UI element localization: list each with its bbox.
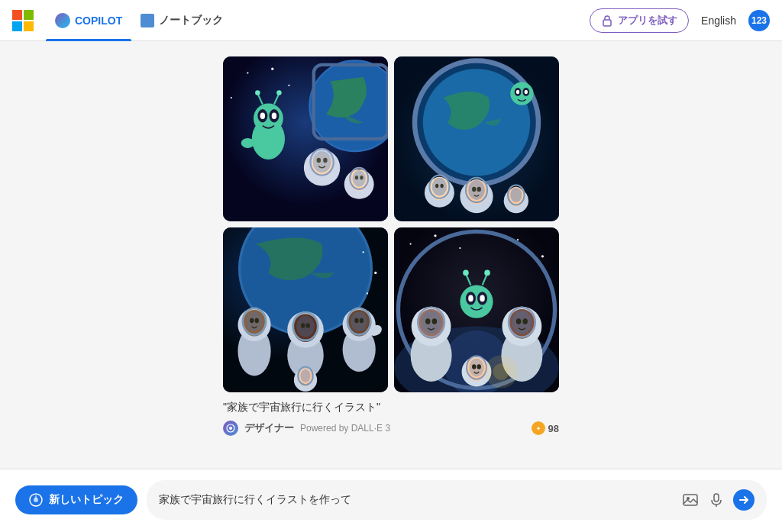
chat-wrapper: "家族で宇宙旅行に行くイラスト" デザイナー Powered by DALL·E… — [177, 56, 605, 461]
svg-point-99 — [434, 234, 436, 237]
svg-point-108 — [468, 295, 473, 302]
try-app-button[interactable]: アプリを試す — [590, 8, 689, 33]
input-area[interactable]: 家族で宇宙旅行に行くイラストを作って — [147, 480, 767, 520]
lock-icon — [601, 15, 613, 27]
svg-point-11 — [288, 85, 289, 86]
microphone-icon[interactable] — [707, 491, 725, 509]
input-actions — [681, 489, 755, 511]
svg-point-23 — [276, 90, 281, 95]
svg-point-88 — [354, 318, 358, 323]
svg-point-82 — [306, 323, 310, 327]
svg-point-66 — [363, 251, 364, 253]
svg-rect-1 — [24, 10, 34, 20]
svg-point-12 — [231, 97, 232, 98]
svg-point-80 — [296, 316, 315, 337]
svg-point-50 — [432, 178, 447, 196]
caption-text: "家族で宇宙旅行に行くイラスト" — [223, 401, 380, 413]
user-avatar[interactable]: 123 — [748, 10, 770, 31]
svg-point-120 — [432, 318, 437, 324]
content-area: "家族で宇宙旅行に行くイラスト" デザイナー Powered by DALL·E… — [0, 41, 782, 469]
new-topic-button[interactable]: 新しいトピック — [15, 485, 137, 514]
coin-count: 98 — [548, 423, 559, 434]
svg-point-133 — [477, 364, 481, 369]
svg-point-87 — [351, 311, 367, 331]
svg-point-10 — [271, 68, 273, 70]
image-grid — [223, 56, 559, 392]
send-button[interactable] — [733, 489, 755, 511]
image-action-icon[interactable] — [681, 491, 700, 509]
svg-point-118 — [422, 311, 441, 334]
try-app-label: アプリを試す — [618, 14, 677, 27]
designer-label[interactable]: デザイナー — [244, 421, 294, 435]
new-topic-label: 新しいトピック — [49, 493, 124, 507]
svg-point-58 — [477, 187, 481, 192]
svg-point-19 — [272, 112, 276, 119]
svg-rect-0 — [12, 10, 22, 20]
svg-point-30 — [317, 158, 321, 163]
svg-point-75 — [255, 318, 259, 323]
notebook-icon — [141, 14, 154, 27]
svg-point-105 — [460, 285, 493, 318]
svg-point-102 — [541, 255, 544, 257]
svg-point-131 — [469, 359, 483, 377]
main-content: "家族で宇宙旅行に行くイラスト" デザイナー Powered by DALL·E… — [0, 41, 782, 532]
header: COPILOT ノートブック アプリを試す English 123 — [0, 0, 782, 41]
svg-point-119 — [425, 318, 430, 324]
tab-notebook-label: ノートブック — [159, 14, 223, 27]
tab-copilot[interactable]: COPILOT — [46, 0, 131, 41]
svg-rect-144 — [714, 494, 719, 501]
image-cell-bottom-left[interactable] — [223, 227, 388, 392]
footer: 新しいトピック 家族で宇宙旅行に行くイラストを作って — [0, 469, 782, 532]
svg-point-56 — [468, 180, 485, 200]
svg-point-18 — [260, 112, 265, 119]
image-cell-top-left[interactable] — [223, 56, 388, 221]
image-cell-bottom-right[interactable] — [394, 227, 559, 392]
svg-point-81 — [301, 323, 305, 327]
svg-point-36 — [355, 176, 358, 179]
tab-notebook[interactable]: ノートブック — [131, 0, 232, 41]
svg-point-68 — [367, 292, 368, 294]
svg-point-127 — [522, 318, 527, 324]
microsoft-logo-icon — [12, 10, 34, 31]
caption-row: "家族で宇宙旅行に行くイラスト" — [223, 400, 559, 414]
svg-point-52 — [440, 184, 443, 188]
coin-icon: ✦ — [532, 421, 545, 435]
svg-point-24 — [241, 138, 254, 148]
svg-point-9 — [247, 73, 248, 74]
svg-rect-2 — [12, 21, 22, 31]
header-right: アプリを試す English 123 — [590, 8, 770, 33]
svg-rect-3 — [24, 21, 34, 31]
svg-point-101 — [517, 239, 519, 240]
language-label[interactable]: English — [701, 15, 736, 27]
svg-point-35 — [353, 170, 366, 187]
svg-point-37 — [360, 176, 363, 179]
svg-text:✦: ✦ — [536, 426, 541, 431]
svg-point-51 — [435, 184, 438, 188]
svg-point-132 — [472, 364, 476, 369]
svg-point-74 — [250, 318, 254, 323]
image-cell-top-right[interactable] — [394, 56, 559, 221]
meta-row: デザイナー Powered by DALL·E 3 ✦ 98 — [223, 421, 559, 436]
svg-point-137 — [229, 427, 232, 430]
svg-point-111 — [463, 270, 469, 276]
svg-rect-142 — [683, 495, 697, 505]
input-text[interactable]: 家族で宇宙旅行に行くイラストを作って — [159, 493, 681, 507]
svg-point-89 — [360, 318, 364, 323]
svg-point-45 — [516, 90, 519, 94]
svg-rect-4 — [603, 20, 611, 26]
svg-point-100 — [459, 247, 460, 249]
coin-badge: ✦ 98 — [532, 421, 559, 435]
svg-point-31 — [323, 158, 327, 163]
header-left: COPILOT ノートブック — [12, 0, 232, 41]
svg-point-42 — [510, 82, 533, 105]
svg-point-125 — [512, 311, 532, 334]
tab-copilot-label: COPILOT — [75, 15, 122, 27]
chat-icon — [29, 493, 43, 507]
svg-point-113 — [484, 270, 490, 276]
copilot-icon — [55, 13, 70, 28]
svg-point-98 — [410, 243, 412, 245]
svg-point-21 — [255, 90, 260, 95]
svg-point-67 — [374, 272, 376, 274]
svg-point-29 — [313, 151, 331, 172]
svg-point-135 — [493, 363, 510, 380]
